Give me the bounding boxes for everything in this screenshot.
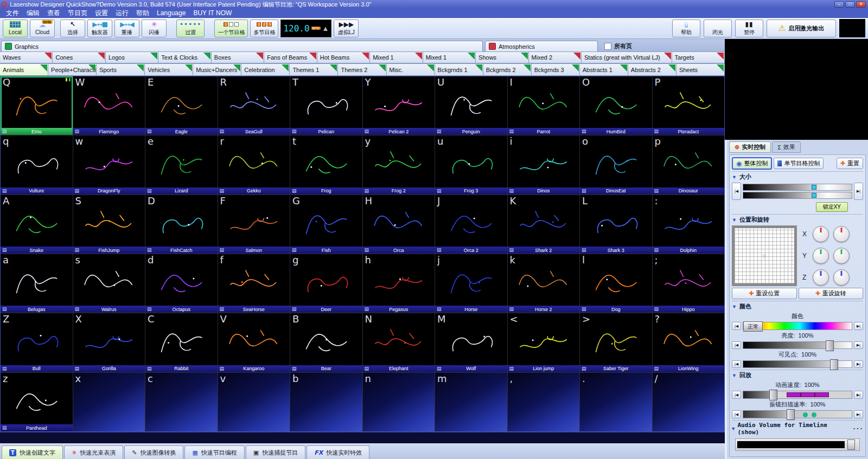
playback-section-header[interactable]: ▼ 回放 bbox=[732, 370, 863, 379]
position-knob-z[interactable] bbox=[813, 269, 829, 286]
cue-cell[interactable]: M▤Wolf bbox=[435, 313, 507, 372]
enable-laser-output-button[interactable]: ⚠ 启用激光输出 bbox=[767, 20, 836, 37]
cue-cell[interactable]: N▤Elephant bbox=[363, 313, 435, 372]
cue-cell[interactable]: P▤Pteradact bbox=[653, 76, 725, 135]
menu-item[interactable]: 帮助 bbox=[132, 9, 153, 18]
category-tab[interactable]: Sports bbox=[96, 63, 145, 76]
menu-item[interactable]: 节目页 bbox=[64, 9, 91, 18]
cue-cell[interactable]: R▤SeaGull bbox=[218, 76, 290, 135]
more-icon[interactable]: ··· bbox=[852, 425, 863, 432]
menu-item[interactable]: 设置 bbox=[91, 9, 112, 18]
cue-cell[interactable]: h▤Pegasus bbox=[363, 254, 435, 313]
color-section-header[interactable]: ▼ 颜色 bbox=[732, 301, 863, 311]
menu-item[interactable]: 查看 bbox=[43, 9, 64, 18]
category-tab[interactable]: Boxes bbox=[211, 51, 264, 63]
audio-volume-slider[interactable] bbox=[735, 438, 860, 451]
single-cue-control-button[interactable]: 单节目格控制 bbox=[774, 158, 824, 169]
visible-step-right-button[interactable]: ▶| bbox=[854, 360, 863, 368]
category-tab[interactable]: Fans of Beams bbox=[264, 51, 317, 63]
category-tab[interactable]: Cones bbox=[52, 51, 105, 63]
cue-cell[interactable]: <▤Lion jump bbox=[508, 313, 580, 372]
category-tab[interactable]: Targets bbox=[672, 51, 725, 63]
brightness-handle[interactable] bbox=[826, 340, 834, 351]
blackout-button[interactable]: 闭光 bbox=[704, 20, 732, 37]
cue-cell[interactable]: k▤Horse 2 bbox=[508, 254, 580, 313]
anim-speed-handle[interactable] bbox=[769, 390, 777, 400]
menu-item[interactable]: 编辑 bbox=[23, 9, 43, 18]
cue-cell[interactable]: c bbox=[145, 373, 218, 431]
menu-item[interactable]: 运行 bbox=[112, 9, 132, 18]
size-y-handle[interactable] bbox=[812, 193, 816, 198]
bpm-display[interactable]: 120.0 BPM ▲ bbox=[280, 20, 331, 37]
cue-cell[interactable]: F▤Salmon bbox=[218, 195, 290, 254]
scan-step-left-button[interactable]: |◀ bbox=[732, 410, 741, 418]
cue-cell[interactable]: t▤Frog bbox=[290, 135, 362, 194]
all-pages-checkbox[interactable] bbox=[604, 43, 611, 50]
rotation-knob-y[interactable] bbox=[833, 248, 850, 264]
category-tab[interactable]: Themes 2 bbox=[337, 63, 386, 76]
category-tab[interactable]: Mixed 2 bbox=[528, 51, 582, 63]
audio-section-header[interactable]: ▼ Audio Volume for Timeline (show) ··· bbox=[732, 420, 863, 436]
cue-cell[interactable]: o▤DinosEat bbox=[580, 135, 652, 194]
cue-cell[interactable]: . bbox=[580, 373, 652, 431]
cue-cell[interactable]: a▤Belugas bbox=[1, 254, 73, 313]
trigger-mode-button[interactable]: ▶↔■ 触发器 bbox=[87, 20, 112, 37]
cue-cell[interactable]: D▤FishCatch bbox=[145, 195, 218, 254]
cue-cell[interactable]: / bbox=[653, 373, 725, 431]
cue-cell[interactable]: j▤Horse bbox=[435, 254, 507, 313]
cue-cell[interactable]: O▤HumBird bbox=[580, 76, 652, 135]
color-normal-handle[interactable]: 正常 bbox=[743, 321, 763, 332]
category-tab[interactable]: Vehicles bbox=[144, 63, 193, 76]
bottom-tab-trace[interactable]: ✎快速图像转换 bbox=[124, 445, 183, 459]
category-tab[interactable]: Misc. bbox=[386, 63, 435, 76]
category-tab[interactable]: Celebration bbox=[241, 63, 290, 76]
category-tab[interactable]: Mixed 1 bbox=[423, 51, 476, 63]
virtual-lj-button[interactable]: ▶▶▶ 虚拟LJ bbox=[334, 20, 359, 37]
lock-xy-button[interactable]: 锁定XY bbox=[816, 202, 848, 212]
cue-cell[interactable]: r▤Gekko bbox=[218, 135, 290, 194]
visible-step-left-button[interactable]: |◀ bbox=[732, 360, 741, 368]
reset-position-button[interactable]: ✚ 重设位置 bbox=[732, 288, 797, 299]
audio-volume-handle[interactable] bbox=[847, 439, 855, 450]
cue-cell[interactable]: :▤Dolphin bbox=[653, 195, 725, 254]
category-tab[interactable]: Bckgrnds 3 bbox=[531, 63, 580, 76]
cue-cell[interactable]: X▤Gorilla bbox=[73, 313, 145, 372]
cue-cell[interactable]: >▤Saber Tiger bbox=[580, 313, 652, 372]
color-step-left-button[interactable]: |◀ bbox=[732, 322, 741, 330]
category-tab[interactable]: Waves bbox=[0, 51, 53, 63]
cue-cell[interactable]: , bbox=[508, 373, 580, 431]
cue-cell[interactable]: b bbox=[290, 373, 362, 431]
category-tab[interactable]: Statics (great with Virtual LJ) bbox=[581, 51, 672, 63]
cue-cell[interactable]: H▤Orca bbox=[363, 195, 435, 254]
close-button[interactable]: ✕ bbox=[856, 1, 866, 8]
multi-cue-grid-button[interactable]: 123 多节目格 bbox=[250, 20, 278, 37]
scan-step-right-button[interactable]: ▶| bbox=[854, 410, 863, 418]
scan-rate-slider[interactable] bbox=[743, 410, 852, 418]
cue-cell[interactable]: Q▤Emu bbox=[1, 76, 73, 135]
category-tab[interactable]: Abstracts 2 bbox=[628, 63, 676, 76]
overall-control-button[interactable]: ◉ 整体控制 bbox=[732, 157, 772, 170]
visible-points-handle[interactable] bbox=[830, 359, 838, 370]
cue-cell[interactable]: g▤Deer bbox=[290, 254, 362, 313]
category-tab[interactable]: Animals bbox=[0, 63, 48, 76]
cue-cell[interactable]: l▤Dog bbox=[580, 254, 652, 313]
replay-mode-button[interactable]: ▶↔◀ 重播 bbox=[114, 20, 139, 37]
cue-cell[interactable]: y▤Frog 2 bbox=[363, 135, 435, 194]
size-step-left-button[interactable]: |◀ bbox=[732, 183, 741, 200]
cloud-button[interactable]: ☁ Cloud beta bbox=[30, 20, 55, 37]
cue-cell[interactable]: p▤Dinosaur bbox=[653, 135, 725, 194]
visible-points-slider[interactable] bbox=[743, 360, 852, 368]
color-step-right-button[interactable]: ▶| bbox=[854, 322, 863, 330]
category-tab[interactable]: Abstracts 1 bbox=[579, 63, 628, 76]
cue-cell[interactable]: B▤Bear bbox=[290, 313, 362, 372]
rotation-knob-x[interactable] bbox=[833, 226, 850, 242]
cue-cell[interactable]: m bbox=[435, 373, 507, 431]
page-tab-graphics[interactable]: Graphics bbox=[1, 41, 483, 51]
bottom-tab-beams[interactable]: ✳快速光束表演 bbox=[64, 445, 123, 459]
position-section-header[interactable]: ▼ 位置和旋转 bbox=[732, 214, 863, 224]
cue-cell[interactable]: L▤Shark 3 bbox=[580, 195, 652, 254]
brightness-step-right-button[interactable]: ▶| bbox=[854, 341, 863, 349]
position-pad[interactable]: ◇ bbox=[732, 225, 797, 286]
bottom-tab-text[interactable]: T快速创建文字 bbox=[2, 445, 63, 459]
cue-cell[interactable]: A▤Snake bbox=[1, 195, 73, 254]
